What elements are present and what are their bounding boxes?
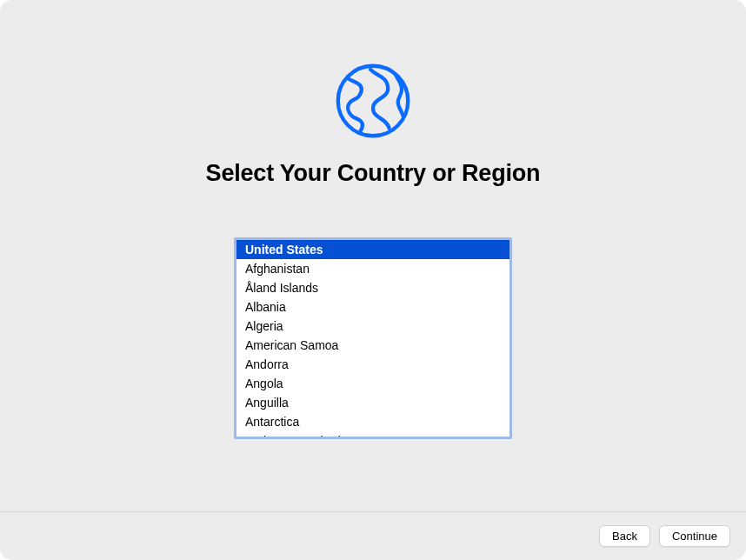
list-item[interactable]: Antarctica (236, 412, 510, 431)
list-item[interactable]: United States (236, 240, 510, 259)
list-item[interactable]: Algeria (236, 317, 510, 336)
page-title: Select Your Country or Region (206, 160, 541, 187)
list-item[interactable]: Angola (236, 374, 510, 393)
list-item[interactable]: Afghanistan (236, 259, 510, 278)
list-item[interactable]: Anguilla (236, 393, 510, 412)
setup-window: Select Your Country or Region United Sta… (0, 0, 746, 560)
list-item[interactable]: Antigua & Barbuda (236, 431, 510, 439)
globe-icon (333, 61, 413, 141)
continue-button[interactable]: Continue (659, 525, 730, 547)
list-item[interactable]: Albania (236, 297, 510, 317)
footer-toolbar: Back Continue (0, 511, 746, 560)
back-button[interactable]: Back (599, 525, 650, 547)
list-item[interactable]: Andorra (236, 355, 510, 374)
main-content: Select Your Country or Region United Sta… (0, 0, 746, 511)
country-list[interactable]: United StatesAfghanistanÅland IslandsAlb… (234, 237, 512, 439)
list-item[interactable]: Åland Islands (236, 278, 510, 297)
list-item[interactable]: American Samoa (236, 336, 510, 355)
